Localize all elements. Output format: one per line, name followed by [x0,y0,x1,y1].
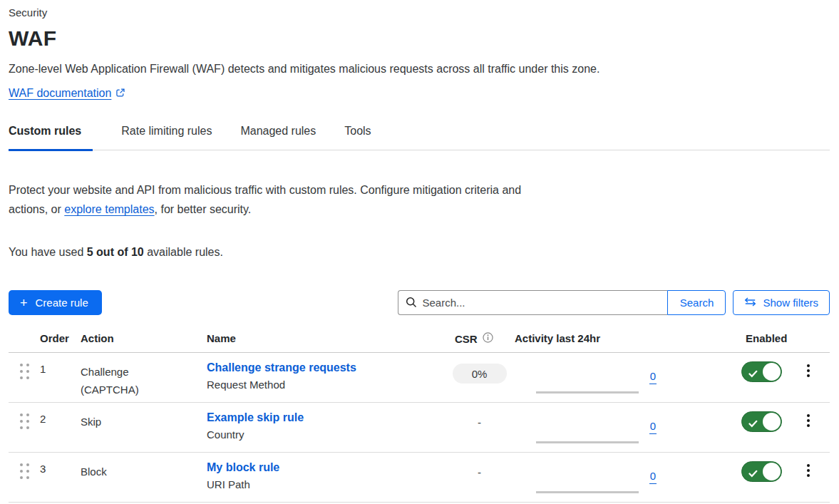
toggle-knob [763,363,781,381]
rule-name-cell: Example skip rule Country [207,403,449,441]
rule-action: Challenge (CAPTCHA) [81,353,207,398]
plus-icon: + [20,297,28,309]
csr-value: - [478,413,481,428]
activity-sparkline [536,441,639,443]
info-icon[interactable] [483,332,493,345]
rule-name-link[interactable]: Challenge strange requests [207,361,356,374]
search-group: Search Show filters [398,290,830,315]
rule-order: 3 [40,453,81,475]
enabled-cell [738,403,788,432]
csr-cell: 0% [449,353,510,384]
search-icon [406,297,417,311]
csr-header-label: CSR [455,333,478,345]
tab-rate-limiting-rules[interactable]: Rate limiting rules [121,124,212,150]
rule-name-cell: Challenge strange requests Request Metho… [207,353,449,391]
rule-action-line1: Skip [81,413,207,431]
waf-documentation-link[interactable]: WAF documentation [9,87,111,99]
page-title: WAF [9,26,830,51]
col-header-order: Order [40,332,81,344]
rule-field: Request Method [207,379,449,391]
kebab-menu-icon[interactable] [803,413,814,428]
rule-action: Block [81,453,207,480]
rule-field: URI Path [207,478,449,490]
tab-bar: Custom rules Rate limiting rules Managed… [9,124,830,150]
tab-managed-rules[interactable]: Managed rules [240,124,316,150]
tab-tools[interactable]: Tools [344,124,371,150]
table-row: 3 Block My block rule URI Path - 0 [9,453,830,503]
activity-cell: 0 [510,453,666,503]
toggle-knob [763,463,781,480]
rule-action: Skip [81,403,207,431]
tab-custom-rules[interactable]: Custom rules [9,124,93,150]
check-icon [748,418,758,431]
intro-text: Protect your website and API from malici… [9,180,536,219]
rule-action-line1: Challenge [81,363,207,381]
check-icon [748,468,758,480]
csr-badge: 0% [453,364,507,384]
waf-page: Security WAF Zone-level Web Application … [0,0,839,503]
activity-sparkline [536,491,639,493]
rule-name-link[interactable]: Example skip rule [207,411,304,423]
create-rule-label: Create rule [36,297,88,309]
drag-handle-icon[interactable] [9,453,40,479]
rule-action-line1: Block [81,463,207,480]
rules-table: Order Action Name CSR Activity last 24hr… [9,329,830,503]
enabled-cell [738,353,788,382]
col-header-name: Name [207,332,449,344]
show-filters-button[interactable]: Show filters [733,290,830,315]
col-header-enabled: Enabled [738,332,788,344]
rule-order: 1 [40,353,81,375]
usage-after: available rules. [144,246,223,258]
menu-cell [788,453,830,478]
intro-text-after: , for better security. [155,203,252,215]
rules-toolbar: + Create rule Search Show filters [9,290,830,315]
rule-field: Country [207,428,449,441]
col-header-action: Action [81,332,207,344]
table-row: 1 Challenge (CAPTCHA) Challenge strange … [9,353,830,403]
kebab-menu-icon[interactable] [803,363,814,379]
activity-count-link[interactable]: 0 [649,420,657,434]
table-row: 2 Skip Example skip rule Country - 0 [9,403,830,453]
create-rule-button[interactable]: + Create rule [9,290,102,315]
enabled-toggle[interactable] [741,411,782,432]
csr-value: - [478,463,481,478]
breadcrumb: Security [9,0,830,19]
rule-name-cell: My block rule URI Path [207,453,449,490]
search-wrap [398,290,667,315]
search-button[interactable]: Search [667,290,726,315]
usage-count: 5 out of 10 [87,246,144,258]
swap-arrows-icon [744,297,756,309]
col-header-activity: Activity last 24hr [510,332,666,344]
menu-cell [788,353,830,379]
activity-cell: 0 [510,353,666,403]
doc-link-row: WAF documentation [9,86,830,101]
search-input[interactable] [398,290,667,315]
enabled-cell [738,453,788,482]
toggle-knob [763,413,781,431]
rule-name-link[interactable]: My block rule [207,461,279,473]
show-filters-label: Show filters [763,297,818,309]
external-link-icon [115,87,125,101]
page-description: Zone-level Web Application Firewall (WAF… [9,62,830,76]
usage-text: You have used 5 out of 10 available rule… [9,245,830,259]
activity-count-link[interactable]: 0 [649,470,657,484]
table-header-row: Order Action Name CSR Activity last 24hr… [9,329,830,353]
drag-handle-icon[interactable] [9,403,40,429]
rule-action-line2: (CAPTCHA) [81,381,207,398]
activity-sparkline [536,391,639,394]
rule-order: 2 [40,403,81,425]
drag-handle-icon[interactable] [9,353,40,379]
explore-templates-link[interactable]: explore templates [64,203,154,215]
enabled-toggle[interactable] [741,461,782,482]
usage-before: You have used [9,246,87,258]
col-header-csr: CSR [449,332,510,345]
kebab-menu-icon[interactable] [803,463,814,478]
csr-cell: - [449,403,510,428]
check-icon [748,368,758,381]
activity-cell: 0 [510,403,666,453]
menu-cell [788,403,830,428]
activity-count-link[interactable]: 0 [649,370,657,384]
enabled-toggle[interactable] [741,361,782,382]
csr-cell: - [449,453,510,478]
